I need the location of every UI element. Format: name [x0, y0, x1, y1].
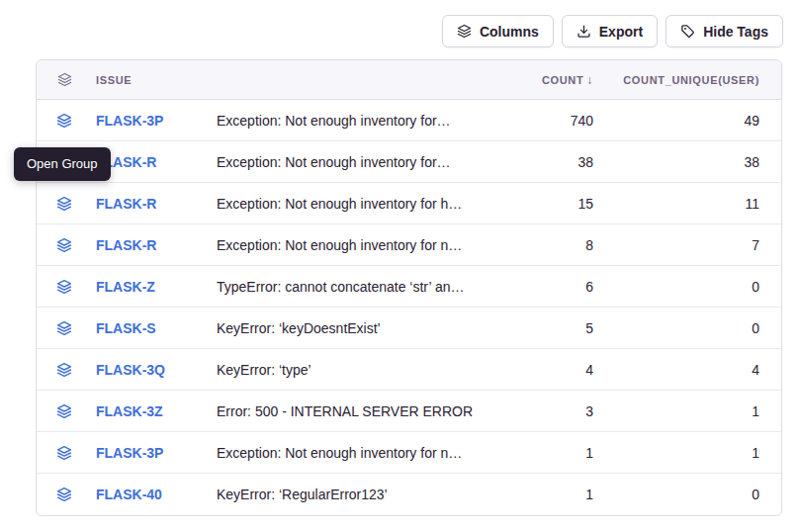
count-unique-value: 0 — [611, 487, 781, 502]
issue-stack-icon[interactable] — [56, 320, 72, 336]
issue-stack-icon[interactable] — [56, 279, 72, 295]
table-row: FLASK-3Z Error: 500 - INTERNAL SERVER ER… — [37, 391, 781, 432]
columns-button-label: Columns — [480, 24, 539, 40]
count-column-header[interactable]: COUNT↓ — [492, 73, 611, 87]
issue-stack-icon[interactable] — [56, 113, 72, 129]
table-row: FLASK-40 KeyError: ‘RegularError123’ 1 0 — [37, 474, 781, 515]
issue-link[interactable]: FLASK-3Z — [92, 403, 217, 419]
open-group-tooltip: Open Group — [14, 147, 111, 181]
table-row: FLASK-3Q KeyError: ‘type’ 4 4 — [37, 349, 781, 391]
count-value: 6 — [492, 279, 611, 295]
table-row: FLASK-3P Exception: Not enough inventory… — [37, 432, 781, 474]
issue-link[interactable]: FLASK-3P — [92, 113, 217, 129]
table-row: FLASK-S KeyError: ‘keyDoesntExist’ 5 0 — [37, 308, 781, 349]
issue-link[interactable]: FLASK-R — [92, 237, 217, 253]
count-unique-value: 38 — [611, 154, 781, 170]
count-unique-value: 0 — [611, 320, 781, 336]
table-row: FLASK-R Exception: Not enough inventory … — [37, 141, 781, 183]
issue-stack-icon[interactable] — [56, 362, 72, 378]
issue-title: Exception: Not enough inventory for n… — [217, 237, 492, 253]
table-row: FLASK-R Exception: Not enough inventory … — [37, 183, 781, 224]
issue-stack-icon[interactable] — [56, 445, 72, 461]
issue-stack-icon[interactable] — [56, 237, 72, 253]
issue-link[interactable]: FLASK-40 — [92, 487, 217, 502]
issue-link[interactable]: FLASK-R — [92, 196, 217, 212]
issue-title: Exception: Not enough inventory for n… — [217, 445, 492, 461]
count-unique-value: 49 — [611, 113, 781, 129]
issue-title: Exception: Not enough inventory for… — [217, 113, 492, 129]
sort-desc-icon: ↓ — [586, 73, 593, 87]
issue-title: KeyError: ‘RegularError123’ — [217, 487, 492, 502]
export-button[interactable]: Export — [562, 15, 658, 47]
issue-stack-icon[interactable] — [56, 196, 72, 212]
export-button-label: Export — [599, 24, 643, 40]
issue-title: TypeError: cannot concatenate ‘str’ an… — [217, 279, 492, 295]
count-value: 1 — [492, 445, 611, 461]
issue-link[interactable]: FLASK-R — [92, 154, 217, 170]
issue-column-icon — [37, 72, 92, 87]
table-row: FLASK-Z TypeError: cannot concatenate ‘s… — [37, 266, 781, 308]
download-icon — [576, 24, 591, 39]
count-value: 38 — [492, 154, 611, 170]
count-value: 15 — [492, 196, 611, 212]
count-unique-value: 0 — [611, 279, 781, 295]
issue-title: Exception: Not enough inventory for h… — [217, 196, 492, 212]
table-row: FLASK-3P Exception: Not enough inventory… — [37, 100, 781, 141]
issue-link[interactable]: FLASK-Z — [92, 279, 217, 295]
issue-title: Error: 500 - INTERNAL SERVER ERROR — [217, 403, 492, 419]
table-row: FLASK-R Exception: Not enough inventory … — [37, 224, 781, 266]
issue-title: KeyError: ‘type’ — [217, 362, 492, 378]
count-unique-value: 11 — [611, 196, 781, 212]
count-unique-value: 1 — [611, 403, 781, 419]
count-value: 740 — [492, 113, 611, 129]
hide-tags-button-label: Hide Tags — [703, 24, 768, 40]
results-table: ISSUE COUNT↓ COUNT_UNIQUE(USER) FLASK-3P… — [36, 59, 782, 516]
count-unique-value: 7 — [611, 237, 781, 253]
issue-link[interactable]: FLASK-3Q — [92, 362, 217, 378]
hide-tags-button[interactable]: Hide Tags — [665, 15, 783, 47]
issue-stack-icon[interactable] — [56, 403, 72, 419]
count-column-label: COUNT — [542, 74, 583, 86]
issue-link[interactable]: FLASK-3P — [92, 445, 217, 461]
issue-title: KeyError: ‘keyDoesntExist’ — [217, 320, 492, 336]
issue-link[interactable]: FLASK-S — [92, 320, 217, 336]
count-value: 1 — [492, 487, 611, 502]
count-value: 3 — [492, 403, 611, 419]
count-value: 5 — [492, 320, 611, 336]
tag-icon — [680, 24, 695, 39]
columns-button[interactable]: Columns — [442, 15, 554, 47]
count-value: 4 — [492, 362, 611, 378]
count-value: 8 — [492, 237, 611, 253]
issue-column-header[interactable]: ISSUE — [92, 74, 217, 86]
count-unique-value: 1 — [611, 445, 781, 461]
count-unique-value: 4 — [611, 362, 781, 378]
issue-title: Exception: Not enough inventory for… — [217, 154, 492, 170]
table-toolbar: Columns Export Hide Tags — [442, 15, 783, 47]
issue-stack-icon[interactable] — [56, 487, 72, 502]
count-unique-column-header[interactable]: COUNT_UNIQUE(USER) — [611, 74, 781, 86]
table-header-row: ISSUE COUNT↓ COUNT_UNIQUE(USER) — [37, 60, 781, 100]
columns-icon — [457, 24, 472, 39]
